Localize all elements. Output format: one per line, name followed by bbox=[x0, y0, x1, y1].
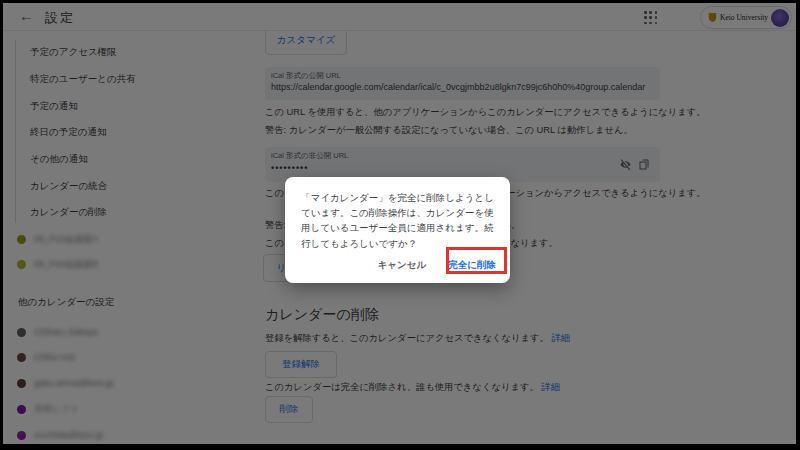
screenshot-frame: カスタマイズ iCal 形式の公開 URL https://calendar.g… bbox=[0, 0, 800, 450]
calendar-settings-window: カスタマイズ iCal 形式の公開 URL https://calendar.g… bbox=[3, 3, 796, 444]
confirm-delete-button[interactable]: 完全に削除 bbox=[448, 259, 496, 272]
dialog-message: 「マイカレンダー」を完全に削除しようとしています。この削除操作は、カレンダーを使… bbox=[301, 190, 494, 251]
delete-confirmation-dialog: 「マイカレンダー」を完全に削除しようとしています。この削除操作は、カレンダーを使… bbox=[285, 177, 510, 283]
cancel-button[interactable]: キャンセル bbox=[378, 259, 427, 272]
